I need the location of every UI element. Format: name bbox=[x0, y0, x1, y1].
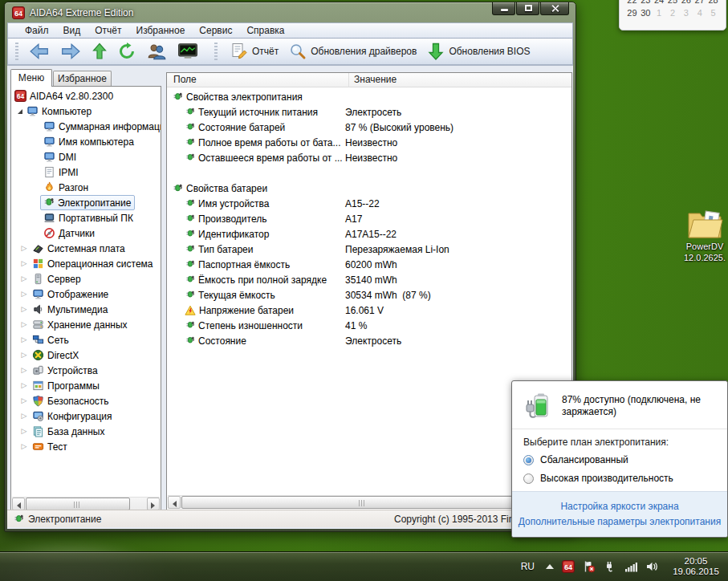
table-group-row[interactable]: Свойства электропитания bbox=[167, 89, 571, 104]
tree-item-multimedia[interactable]: Мультимедиа bbox=[11, 302, 161, 317]
driver-updates-button[interactable]: Обновления драйверов bbox=[287, 41, 419, 62]
close-button[interactable] bbox=[540, 2, 569, 15]
tree-item-motherboard[interactable]: Системная плата bbox=[11, 241, 161, 256]
tree-root[interactable]: AIDA64 v2.80.2300 bbox=[11, 88, 161, 104]
back-button[interactable] bbox=[26, 41, 52, 62]
action-center-flag-icon[interactable] bbox=[583, 560, 596, 573]
column-value[interactable]: Значение bbox=[348, 73, 397, 87]
tree-item-config[interactable]: Конфигурация bbox=[11, 408, 161, 424]
clock[interactable]: 20:05 19.06.2015 bbox=[668, 556, 724, 577]
tree-item-benchmark[interactable]: Тест bbox=[11, 439, 161, 454]
user-profiles-button[interactable] bbox=[144, 41, 169, 62]
column-field[interactable]: Поле bbox=[173, 73, 197, 87]
tree-item-sensors[interactable]: Датчики bbox=[11, 225, 161, 241]
table-row[interactable]: Имя устройства A15--22 bbox=[167, 196, 571, 211]
tab-menu[interactable]: Меню bbox=[10, 69, 52, 87]
language-indicator[interactable]: RU bbox=[518, 559, 538, 574]
menu-view[interactable]: Вид bbox=[56, 23, 88, 38]
collapsed-triangle-icon[interactable] bbox=[21, 378, 27, 393]
collapsed-triangle-icon[interactable] bbox=[21, 424, 27, 439]
collapsed-triangle-icon[interactable] bbox=[21, 317, 27, 332]
scroll-left-arrow[interactable] bbox=[12, 498, 25, 510]
table-row[interactable]: Идентификатор A17A15--22 bbox=[167, 226, 571, 242]
tree-item-summary[interactable]: Суммарная информация bbox=[11, 119, 161, 134]
tree-item-display[interactable]: Отображение bbox=[11, 286, 161, 302]
table-row[interactable]: Тип батареи Перезаряжаемая Li-Ion bbox=[167, 242, 571, 257]
title-bar[interactable]: AIDA64 Extreme Edition bbox=[5, 2, 575, 22]
table-row[interactable]: Полное время работы от бата... Неизвестн… bbox=[167, 135, 571, 150]
refresh-button[interactable] bbox=[116, 41, 138, 62]
table-group-row[interactable]: Свойства батареи bbox=[167, 181, 571, 196]
collapsed-triangle-icon[interactable] bbox=[21, 347, 27, 363]
table-row[interactable]: Производитель A17 bbox=[167, 211, 571, 226]
tree-item-devices[interactable]: Устройства bbox=[11, 363, 161, 378]
collapsed-triangle-icon[interactable] bbox=[21, 332, 27, 347]
tree-item-computer-name[interactable]: Имя компьютера bbox=[11, 134, 161, 149]
tree-item-power-selected[interactable]: Электропитание bbox=[11, 195, 161, 210]
menu-file[interactable]: Файл bbox=[18, 23, 56, 38]
collapsed-triangle-icon[interactable] bbox=[21, 286, 27, 302]
table-row[interactable]: Текущий источник питания Электросеть bbox=[167, 104, 571, 120]
plan-option-high-performance[interactable]: Высокая производительность bbox=[512, 469, 727, 487]
tree-horizontal-scrollbar[interactable] bbox=[12, 497, 160, 510]
collapsed-triangle-icon[interactable] bbox=[21, 241, 27, 256]
menu-favorites[interactable]: Избранное bbox=[129, 23, 193, 38]
tree-item-directx[interactable]: DirectX bbox=[11, 347, 161, 363]
aida64-tray-icon[interactable] bbox=[562, 560, 575, 573]
report-button[interactable]: Отчёт bbox=[228, 41, 281, 62]
maximize-button[interactable] bbox=[516, 2, 539, 15]
radio-unselected-icon[interactable] bbox=[523, 473, 534, 484]
tree-item-ipmi[interactable]: IPMI bbox=[11, 165, 161, 180]
collapsed-triangle-icon[interactable] bbox=[21, 393, 27, 408]
up-button[interactable] bbox=[89, 41, 110, 62]
table-row-voltage[interactable]: Напряжение батареи 16.061 V bbox=[167, 303, 571, 318]
tree-item-database[interactable]: База данных bbox=[11, 424, 161, 439]
plan-option-balanced[interactable]: Сбалансированный bbox=[512, 450, 727, 469]
table-row[interactable]: Паспортная ёмкость 60200 mWh bbox=[167, 257, 571, 272]
scroll-thumb[interactable] bbox=[181, 496, 544, 509]
volume-icon[interactable] bbox=[645, 560, 658, 573]
collapsed-triangle-icon[interactable] bbox=[21, 408, 27, 424]
taskbar[interactable]: RU 20:05 19.06.2015 bbox=[0, 551, 728, 581]
tree-item-dmi[interactable]: DMI bbox=[11, 149, 161, 165]
monitor-button[interactable] bbox=[175, 41, 201, 62]
collapsed-triangle-icon[interactable] bbox=[21, 256, 27, 271]
scroll-right-arrow[interactable] bbox=[147, 498, 160, 510]
collapsed-triangle-icon[interactable] bbox=[21, 302, 27, 317]
tab-favorites[interactable]: Избранное bbox=[53, 71, 112, 87]
collapsed-triangle-icon[interactable] bbox=[21, 439, 27, 454]
menu-report[interactable]: Отчёт bbox=[87, 23, 128, 38]
tree-item-server[interactable]: Сервер bbox=[11, 271, 161, 286]
table-row[interactable]: Состояние батарей 87 % (Высокий уровень) bbox=[167, 120, 571, 135]
collapsed-triangle-icon[interactable] bbox=[21, 363, 27, 378]
table-row[interactable]: Ёмкость при полной зарядке 35140 mWh bbox=[167, 272, 571, 287]
tree-item-network[interactable]: Сеть bbox=[11, 332, 161, 347]
desktop-icon-powerdvd[interactable]: PowerDV 12.0.2625. bbox=[681, 207, 728, 263]
tree-item-os[interactable]: Операционная система bbox=[11, 256, 161, 271]
minimize-button[interactable] bbox=[492, 2, 515, 15]
more-power-options-link[interactable]: Дополнительные параметры электропитания bbox=[512, 514, 727, 530]
forward-button[interactable] bbox=[58, 41, 83, 62]
menu-help[interactable]: Справка bbox=[239, 23, 291, 38]
adjust-brightness-link[interactable]: Настройка яркости экрана bbox=[512, 499, 727, 514]
bios-updates-button[interactable]: Обновления BIOS bbox=[425, 40, 532, 63]
table-horizontal-scrollbar[interactable] bbox=[168, 495, 571, 509]
scroll-thumb[interactable] bbox=[26, 498, 130, 510]
collapsed-triangle-icon[interactable] bbox=[21, 271, 27, 286]
tree-item-portable-pc[interactable]: Портативный ПК bbox=[11, 210, 161, 225]
table-row[interactable]: Состояние Электросеть bbox=[167, 333, 571, 348]
table-row[interactable]: Текущая ёмкость 30534 mWh (87 %) bbox=[167, 287, 571, 303]
network-signal-icon[interactable] bbox=[624, 560, 637, 573]
expanded-triangle-icon[interactable] bbox=[18, 109, 22, 114]
show-hidden-icons-chevron[interactable] bbox=[546, 564, 554, 569]
tree-item-storage[interactable]: Хранение данных bbox=[11, 317, 161, 332]
tree-item-security[interactable]: Безопасность bbox=[11, 393, 161, 408]
tree-item-software[interactable]: Программы bbox=[11, 378, 161, 393]
menu-tools[interactable]: Сервис bbox=[192, 23, 239, 38]
tree-item-computer[interactable]: Компьютер bbox=[11, 104, 161, 119]
radio-selected-icon[interactable] bbox=[523, 455, 534, 465]
scroll-left-arrow[interactable] bbox=[168, 496, 181, 509]
power-tray-icon[interactable] bbox=[604, 560, 616, 573]
calendar-gadget[interactable]: 22232425262728 293012345 bbox=[619, 0, 726, 30]
tree-item-overclock[interactable]: Разгон bbox=[11, 180, 161, 195]
